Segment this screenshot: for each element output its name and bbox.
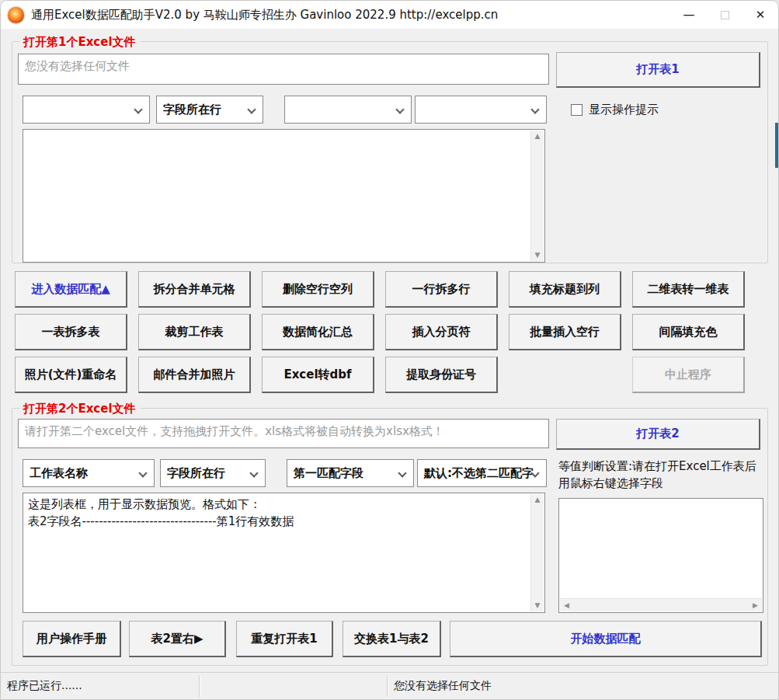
chevron-down-icon bbox=[249, 468, 258, 477]
chevron-down-icon bbox=[398, 468, 406, 477]
scroll-down-icon[interactable]: ▼ bbox=[534, 249, 542, 261]
status-middle-text bbox=[200, 673, 387, 699]
scroll-left-icon[interactable]: ◀ bbox=[560, 601, 573, 611]
match-fields-hscrollbar[interactable]: ◀ ▶ bbox=[560, 598, 762, 611]
table1-field-combo-2[interactable] bbox=[415, 96, 547, 124]
table1-preview-listbox[interactable]: ▲ ▼ bbox=[23, 129, 545, 263]
split-merged-cells-button[interactable]: 拆分合并单元格 bbox=[138, 271, 251, 308]
scroll-up-icon[interactable]: ▲ bbox=[534, 494, 542, 506]
first-match-field-combo-value: 第一匹配字段 bbox=[294, 466, 363, 481]
chevron-down-icon bbox=[134, 105, 142, 113]
start-data-match-button[interactable]: 开始数据匹配 bbox=[450, 621, 762, 657]
table1-field-combo-1[interactable] bbox=[284, 96, 412, 124]
table1-sheet-combo[interactable] bbox=[23, 96, 150, 124]
interval-fill-color-button[interactable]: 间隔填充色 bbox=[632, 314, 745, 350]
open-table2-button[interactable]: 打开表2 bbox=[556, 419, 760, 450]
table1-header-row-combo-value: 字段所在行 bbox=[163, 103, 221, 117]
chevron-down-icon bbox=[395, 105, 404, 113]
trim-worksheet-button[interactable]: 裁剪工作表 bbox=[138, 314, 251, 350]
status-running-text: 程序已运行...... bbox=[1, 673, 199, 699]
table2-preview-content: 这是列表框，用于显示数据预览。格式如下：表2字段名---------------… bbox=[23, 493, 544, 532]
checkbox-icon bbox=[571, 104, 583, 116]
scroll-down-icon[interactable]: ▼ bbox=[534, 600, 542, 611]
preview-line-1: 这是列表框，用于显示数据预览。格式如下： bbox=[28, 497, 261, 511]
second-match-field-combo[interactable]: 默认:不选第二匹配字 bbox=[417, 459, 547, 487]
app-icon bbox=[8, 7, 24, 23]
first-match-field-combo[interactable]: 第一匹配字段 bbox=[287, 459, 414, 487]
equality-setting-hint: 等值判断设置:请在打开Excel工作表后用鼠标右键选择字段 bbox=[558, 458, 765, 492]
table1-preview-content bbox=[23, 130, 544, 134]
minimize-button[interactable]: — bbox=[671, 1, 707, 29]
excel-to-dbf-button[interactable]: Excel转dbf bbox=[262, 357, 374, 393]
table1-preview-vscrollbar[interactable]: ▲ ▼ bbox=[530, 131, 544, 261]
second-match-field-combo-value: 默认:不选第二匹配字 bbox=[424, 466, 534, 481]
one-row-to-many-button[interactable]: 一行拆多行 bbox=[385, 271, 498, 308]
maximize-icon bbox=[721, 11, 729, 19]
mail-merge-photo-button[interactable]: 邮件合并加照片 bbox=[138, 357, 251, 393]
show-tips-label: 显示操作提示 bbox=[589, 103, 659, 117]
preview-line-2: 表2字段名--------------------------------第1行… bbox=[28, 514, 294, 528]
table2-sheet-combo[interactable]: 工作表名称 bbox=[23, 459, 155, 487]
close-button[interactable]: ✕ bbox=[742, 1, 778, 29]
group1-title: 打开第1个Excel文件 bbox=[19, 34, 140, 50]
scroll-right-icon[interactable]: ▶ bbox=[749, 601, 762, 611]
abort-program-button: 中止程序 bbox=[632, 357, 745, 393]
status-bar: 程序已运行...... 您没有选择任何文件 bbox=[1, 672, 778, 699]
desktop-edge-sliver bbox=[775, 123, 778, 168]
chevron-down-icon bbox=[530, 105, 539, 113]
table2-dock-right-button[interactable]: 表2置右▶ bbox=[129, 621, 226, 657]
table2-preview-vscrollbar[interactable]: ▲ ▼ bbox=[530, 494, 544, 611]
open-table1-button[interactable]: 打开表1 bbox=[556, 52, 760, 88]
chevron-down-icon bbox=[247, 105, 256, 113]
delete-empty-rows-cols-button[interactable]: 删除空行空列 bbox=[262, 271, 374, 308]
table2-header-row-combo[interactable]: 字段所在行 bbox=[160, 459, 266, 487]
match-fields-listbox[interactable]: ◀ ▶ bbox=[558, 498, 763, 613]
table2-preview-listbox[interactable]: 这是列表框，用于显示数据预览。格式如下：表2字段名---------------… bbox=[23, 493, 545, 613]
show-tips-checkbox[interactable]: 显示操作提示 bbox=[571, 103, 659, 117]
batch-insert-blank-rows-button[interactable]: 批量插入空行 bbox=[509, 314, 621, 350]
enter-data-match-button[interactable]: 进入数据匹配▲ bbox=[15, 271, 127, 308]
window-title: 通用Excel数据匹配助手V2.0 by 马鞍山师专招生办 Gavinloo 2… bbox=[31, 8, 498, 23]
chevron-down-icon bbox=[138, 468, 147, 477]
insert-page-break-button[interactable]: 插入分页符 bbox=[385, 314, 498, 350]
extract-id-number-button[interactable]: 提取身份证号 bbox=[385, 357, 498, 393]
swap-tables-button[interactable]: 交换表1与表2 bbox=[343, 621, 441, 657]
photo-file-rename-button[interactable]: 照片(文件)重命名 bbox=[15, 357, 127, 393]
window-controls: — ✕ bbox=[671, 1, 778, 29]
maximize-button[interactable] bbox=[707, 1, 742, 29]
group2-title: 打开第2个Excel文件 bbox=[19, 401, 140, 416]
one-table-to-many-button[interactable]: 一表拆多表 bbox=[15, 314, 127, 350]
file1-path-field[interactable]: 您没有选择任何文件 bbox=[18, 54, 549, 85]
status-file-text: 您没有选择任何文件 bbox=[388, 673, 779, 699]
user-manual-button[interactable]: 用户操作手册 bbox=[23, 621, 121, 657]
reopen-table1-button[interactable]: 重复打开表1 bbox=[236, 621, 333, 657]
table2-sheet-combo-value: 工作表名称 bbox=[30, 466, 88, 481]
2d-to-1d-table-button[interactable]: 二维表转一维表 bbox=[632, 271, 745, 308]
title-bar: 通用Excel数据匹配助手V2.0 by 马鞍山师专招生办 Gavinloo 2… bbox=[1, 1, 778, 29]
table2-header-row-combo-value: 字段所在行 bbox=[167, 466, 225, 481]
scroll-up-icon[interactable]: ▲ bbox=[534, 131, 542, 142]
app-window: 通用Excel数据匹配助手V2.0 by 马鞍山师专招生办 Gavinloo 2… bbox=[0, 0, 779, 700]
fill-title-to-column-button[interactable]: 填充标题到列 bbox=[509, 271, 621, 308]
file2-path-field[interactable]: 请打开第二个excel文件，支持拖拽打开文件。xls格式将被自动转换为xlsx格… bbox=[18, 419, 549, 448]
data-simplify-summary-button[interactable]: 数据简化汇总 bbox=[262, 314, 374, 350]
table1-header-row-combo[interactable]: 字段所在行 bbox=[156, 96, 263, 124]
